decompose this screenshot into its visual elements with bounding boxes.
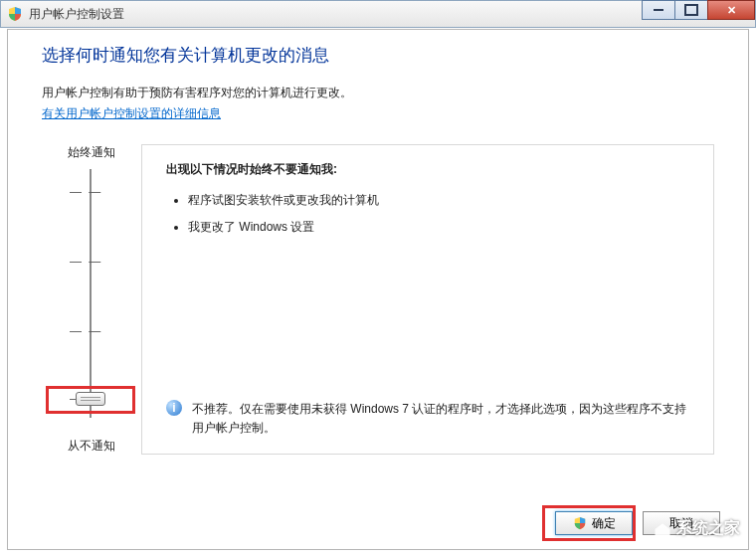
close-button[interactable] [707, 0, 755, 20]
page-heading: 选择何时通知您有关计算机更改的消息 [42, 44, 714, 67]
uac-shield-icon [7, 6, 23, 22]
maximize-button[interactable] [674, 0, 708, 20]
info-panel: 出现以下情况时始终不要通知我: 程序试图安装软件或更改我的计算机 我更改了 Wi… [141, 144, 714, 455]
slider-tick: — — [70, 255, 102, 269]
cancel-button[interactable]: 取消 [643, 511, 720, 535]
info-bullet-item: 程序试图安装软件或更改我的计算机 [188, 192, 693, 209]
window-body: 选择何时通知您有关计算机更改的消息 用户帐户控制有助于预防有害程序对您的计算机进… [7, 29, 749, 550]
slider-track [90, 169, 92, 418]
highlight-box-slider [46, 386, 135, 414]
highlight-box-ok [542, 505, 636, 541]
minimize-button[interactable] [642, 0, 675, 20]
slider-tick: — — [70, 324, 102, 338]
slider-column: 始终通知 — — — — — — — — 从不通知 [42, 144, 141, 455]
warning-row: i 不推荐。仅在需要使用未获得 Windows 7 认证的程序时，才选择此选项，… [166, 400, 693, 438]
slider-bottom-label: 从不通知 [42, 438, 141, 455]
info-bullets: 程序试图安装软件或更改我的计算机 我更改了 Windows 设置 [166, 192, 693, 246]
help-link[interactable]: 有关用户帐户控制设置的详细信息 [42, 106, 221, 120]
cancel-label: 取消 [669, 515, 693, 532]
warning-text: 不推荐。仅在需要使用未获得 Windows 7 认证的程序时，才选择此选项，因为… [192, 400, 693, 438]
title-bar: 用户帐户控制设置 [0, 0, 756, 28]
notification-level-slider[interactable]: — — — — — — — — [42, 169, 141, 428]
slider-tick: — — [70, 185, 102, 199]
window-controls [643, 0, 755, 20]
info-icon: i [166, 400, 182, 416]
info-panel-title: 出现以下情况时始终不要通知我: [166, 161, 693, 178]
info-bullet-item: 我更改了 Windows 设置 [188, 219, 693, 236]
slider-top-label: 始终通知 [42, 144, 141, 161]
page-description: 用户帐户控制有助于预防有害程序对您的计算机进行更改。 [42, 85, 714, 101]
